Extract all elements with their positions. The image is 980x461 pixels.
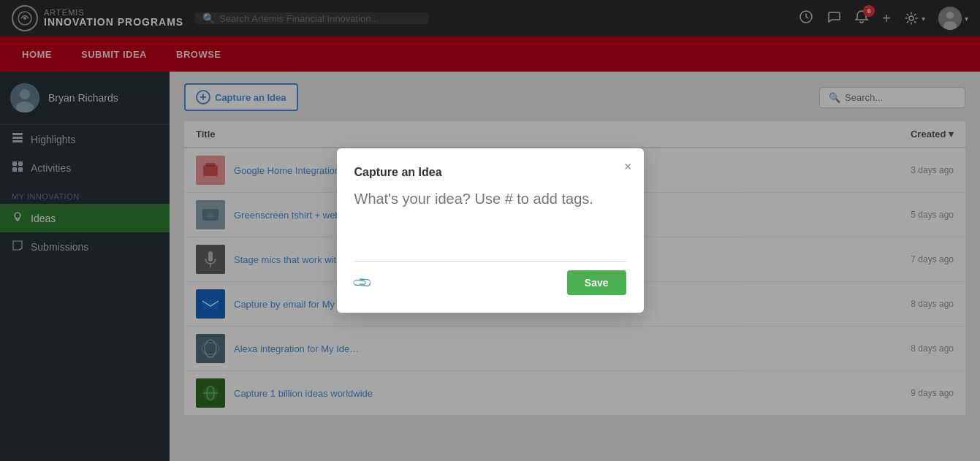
save-button[interactable]: Save — [567, 270, 626, 295]
attach-icon[interactable]: 📎 — [351, 271, 373, 294]
capture-idea-modal: Capture an Idea × 📎 Save — [337, 148, 644, 313]
modal-divider — [354, 261, 626, 262]
modal-close-button[interactable]: × — [624, 160, 632, 173]
modal-overlay[interactable]: Capture an Idea × 📎 Save — [0, 0, 980, 461]
modal-title: Capture an Idea — [354, 166, 626, 179]
modal-footer: 📎 Save — [354, 270, 626, 295]
modal-textarea[interactable] — [354, 191, 626, 249]
